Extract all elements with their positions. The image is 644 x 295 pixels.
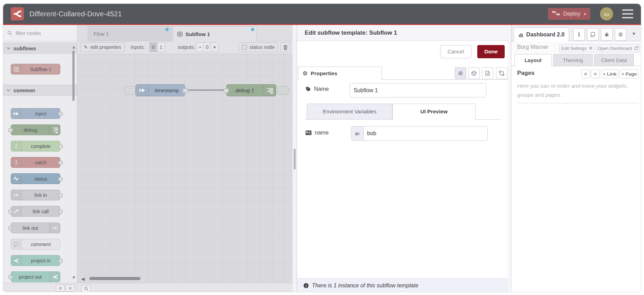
palette-node-catch[interactable]: ! catch xyxy=(11,157,60,168)
unsaved-changes-dot xyxy=(165,28,169,31)
category-header-common[interactable]: common xyxy=(3,85,77,96)
right-sidebar: Dashboard 2.0 i ⚙ ▾ Borg Warner Edit Set… xyxy=(511,25,641,292)
env-value-input[interactable] xyxy=(363,126,488,141)
deploy-icon xyxy=(552,10,560,17)
status-node-toggle[interactable]: status node xyxy=(239,42,278,52)
user-avatar[interactable]: su xyxy=(600,7,613,20)
flow-canvas[interactable]: timestamp debug 1 ◀ xyxy=(77,54,293,283)
tab-layout[interactable]: Layout xyxy=(514,54,552,66)
tab-properties[interactable]: ⚙ Properties xyxy=(298,67,382,80)
palette-node-project-out[interactable]: project out xyxy=(11,271,60,282)
description-button[interactable] xyxy=(482,67,493,79)
done-button[interactable]: Done xyxy=(477,45,505,58)
canvas-node-debug-1[interactable]: debug 1 xyxy=(226,84,276,96)
input-port xyxy=(8,226,13,230)
palette-node-status[interactable]: status xyxy=(11,173,60,184)
appearance-button[interactable] xyxy=(496,67,507,79)
palette-node-label: status xyxy=(21,174,60,184)
add-link-button[interactable]: + Link xyxy=(601,69,618,78)
node-red-window: Different-Collared-Dove-4521 Deploy ▾ su xyxy=(3,3,641,292)
tab-theming[interactable]: Theming xyxy=(553,54,593,66)
unsaved-changes-dot xyxy=(251,28,254,31)
inputs-0-button[interactable]: 0 xyxy=(149,42,157,52)
outputs-label: outputs: xyxy=(178,41,195,53)
name-field-label: Name xyxy=(305,86,329,92)
gear-icon: ⚙ xyxy=(458,70,463,77)
vertical-scrollbar-thumb[interactable] xyxy=(294,149,296,170)
debug-tab-button[interactable] xyxy=(601,28,612,41)
palette-scroll-up-icon[interactable]: ▲ xyxy=(71,45,77,50)
help-tab-button[interactable] xyxy=(587,28,599,41)
horizontal-scrollbar-thumb[interactable] xyxy=(89,277,140,280)
info-tab-button[interactable]: i xyxy=(573,28,585,41)
properties-view-button[interactable]: ⚙ xyxy=(455,67,466,79)
edit-properties-button[interactable]: ✎ edit properties xyxy=(80,42,125,52)
palette-node-inject[interactable]: inject xyxy=(11,108,60,119)
inputs-1-button[interactable]: 1 xyxy=(157,42,165,52)
palette-node-complete[interactable]: ! complete xyxy=(11,141,60,151)
palette-node-link-in[interactable]: link in xyxy=(11,190,60,200)
add-page-button[interactable]: + Page xyxy=(620,69,638,78)
tab-ui-preview[interactable]: UI Preview xyxy=(392,104,476,120)
filter-nodes-input[interactable] xyxy=(15,30,67,36)
tab-environment-variables[interactable]: Environment Variables xyxy=(307,104,392,120)
subflow-icon xyxy=(177,32,183,37)
edit-settings-button[interactable]: Edit Settings ⚙ xyxy=(559,44,594,52)
palette-node-debug[interactable]: debug xyxy=(11,124,60,135)
tab-flow-1[interactable]: Flow 1 xyxy=(88,26,172,41)
canvas-footer xyxy=(77,283,293,292)
open-dashboard-button[interactable]: Open Dashboard xyxy=(596,44,640,52)
palette-node-label: debug xyxy=(11,125,50,135)
scroll-left-icon[interactable]: ◀ xyxy=(81,276,85,281)
canvas-node-timestamp[interactable]: timestamp xyxy=(136,84,185,96)
subflow-output-stub[interactable] xyxy=(278,86,289,95)
zoom-button[interactable] xyxy=(81,285,90,292)
palette-node-link-call[interactable]: link call xyxy=(11,206,60,217)
palette-collapse-down-button[interactable] xyxy=(66,285,75,292)
wire[interactable] xyxy=(188,89,226,91)
input-port[interactable] xyxy=(224,88,229,93)
output-port[interactable] xyxy=(183,88,188,93)
tab-dashboard-2[interactable]: Dashboard 2.0 xyxy=(514,27,569,41)
subflow-name-input[interactable] xyxy=(350,83,486,97)
settings-tab-button[interactable]: ⚙ xyxy=(615,28,626,41)
tag-icon xyxy=(305,86,311,92)
env-type-selector[interactable]: az xyxy=(351,126,364,141)
sidebar-tabbar: Dashboard 2.0 i ⚙ ▾ xyxy=(511,25,641,41)
category-header-subflows[interactable]: subflows xyxy=(3,43,77,54)
app-header: Different-Collared-Dove-4521 Deploy ▾ su xyxy=(3,4,641,24)
tab-label: Subflow 1 xyxy=(185,31,210,37)
palette-node-project-in[interactable]: project in xyxy=(11,255,60,266)
book-icon xyxy=(590,32,595,37)
dialog-scrollbar[interactable] xyxy=(508,25,511,292)
outputs-minus-button[interactable]: − xyxy=(196,42,204,52)
deploy-button[interactable]: Deploy ▾ xyxy=(548,8,590,20)
outputs-plus-button[interactable]: + xyxy=(211,42,218,52)
move-up-button[interactable] xyxy=(581,69,590,78)
gear-icon: ⚙ xyxy=(303,70,307,77)
hamburger-menu-icon[interactable] xyxy=(622,9,633,18)
input-port xyxy=(8,275,13,279)
node-red-icon xyxy=(50,272,60,282)
bar-chart-icon xyxy=(518,32,524,37)
delete-subflow-button[interactable] xyxy=(280,42,290,52)
move-down-button[interactable] xyxy=(591,69,600,78)
palette-collapse-up-button[interactable] xyxy=(56,285,65,292)
tab-client-data[interactable]: Client Data xyxy=(594,54,634,66)
palette-scrollbar-thumb[interactable] xyxy=(72,51,75,101)
double-chevron-down-icon xyxy=(68,286,72,290)
magnifier-icon xyxy=(84,286,88,291)
palette-scroll-down-icon[interactable]: ▼ xyxy=(71,275,77,280)
palette-node-link-out[interactable]: link out xyxy=(11,223,60,233)
tab-subflow-1[interactable]: Subflow 1 xyxy=(173,26,257,42)
subflow-input-stub[interactable] xyxy=(124,86,136,95)
sidebar-tabs-caret-icon[interactable]: ▾ xyxy=(633,31,635,37)
palette-node-subflow-1[interactable]: Subflow 1 xyxy=(11,64,60,75)
output-port xyxy=(58,145,63,148)
cancel-button[interactable]: Cancel xyxy=(440,45,471,58)
deploy-caret-icon[interactable]: ▾ xyxy=(584,11,586,17)
output-port xyxy=(58,193,63,197)
palette-node-comment[interactable]: comment xyxy=(11,239,60,250)
module-properties-button[interactable] xyxy=(468,67,480,79)
canvas-vertical-scrollbar[interactable] xyxy=(293,25,297,292)
